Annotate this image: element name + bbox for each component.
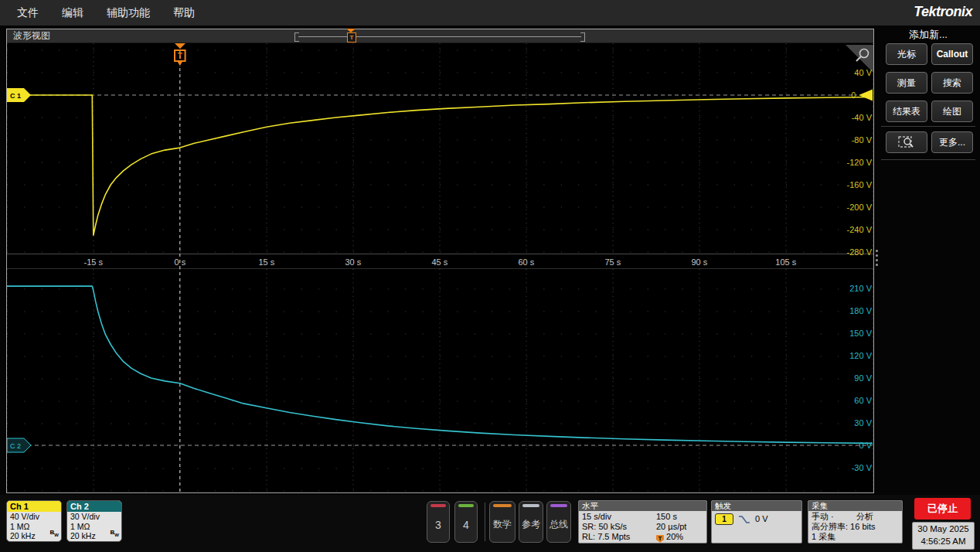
overview-track: [298, 36, 581, 37]
horizontal-panel-title: 水平: [579, 501, 706, 511]
overview-trigger-marker[interactable]: T: [347, 32, 356, 43]
zoom-select-icon: [898, 135, 915, 149]
plot-button[interactable]: 绘图: [931, 101, 973, 122]
top-axis-label: -40 V: [852, 113, 873, 122]
x-axis-label: 75 s: [604, 257, 621, 267]
bottom-status-bar: Ch 1 40 V/div 1 MΩ 20 kHz BW Ch 2 30 V/d…: [0, 495, 980, 552]
ch1-badge-header: Ch 1: [7, 501, 61, 512]
menu-help[interactable]: 帮助: [173, 6, 195, 20]
right-panel-divider-2: [881, 159, 975, 160]
graticule-columns: [7, 43, 873, 492]
trigger-marker-label: T: [178, 52, 182, 60]
ch1-badge-body: 40 V/div 1 MΩ 20 kHz BW: [7, 512, 61, 541]
trigger-level: 0 V: [755, 514, 768, 524]
search-button[interactable]: 搜索: [931, 72, 973, 94]
overview-left-bracket: [294, 32, 299, 42]
ch1-bandwidth-icon: BW: [50, 528, 59, 540]
x-axis-label: -15 s: [84, 257, 104, 267]
bottom-axis-label: -30 V: [852, 463, 873, 472]
falling-edge-icon: [738, 515, 750, 524]
oscilloscope-app: 文件 编辑 辅助功能 帮助 Tektronix 波形视图 T 40 V-40 V…: [0, 0, 980, 552]
acquisition-panel-title: 采集: [808, 501, 902, 511]
zoom-select-button[interactable]: [886, 131, 927, 153]
ch3-button[interactable]: 3: [427, 501, 450, 543]
bottom-axis-label: 30 V: [854, 418, 872, 428]
bottom-axis-label: 120 V: [849, 351, 872, 360]
top-axis-label: 40 V: [854, 68, 872, 77]
bottom-axis-label: 90 V: [854, 373, 872, 383]
graticule-rows: [7, 50, 873, 491]
ch1-level-badge-label: C 1: [10, 92, 21, 100]
bottom-axis-label: 0 V: [859, 441, 872, 450]
x-axis-label: 60 s: [518, 257, 534, 267]
acquisition-panel[interactable]: 采集 手动 ·分析 高分辨率: 16 bits 1 采集: [808, 500, 903, 543]
top-axis-label: -280 V: [847, 247, 873, 257]
button-separator: [485, 503, 485, 541]
waveform-view-titlebar[interactable]: 波形视图 T: [7, 29, 873, 43]
trigger-panel[interactable]: 触发 1 0 V: [711, 500, 802, 543]
x-axis-label: 0 s: [174, 257, 185, 267]
overview-right-bracket: [580, 32, 585, 42]
waveform-view-window: 波形视图 T 40 V-40 V-80 V-120 V-160 V-200 V-…: [6, 29, 874, 493]
ref-button[interactable]: 参考: [519, 501, 543, 543]
trigger-source-badge: 1: [715, 513, 733, 525]
stopped-button[interactable]: 已停止: [914, 498, 971, 520]
ch4-button[interactable]: 4: [454, 501, 478, 543]
x-axis-label: 90 s: [691, 257, 707, 267]
top-axis-zero-label: 0: [851, 91, 856, 100]
menu-bar: 文件 编辑 辅助功能 帮助: [0, 0, 980, 26]
x-axis-label: 15 s: [258, 257, 274, 267]
waveform-view-title: 波形视图: [13, 30, 50, 41]
right-panel-divider: [881, 126, 975, 127]
measure-button[interactable]: 测量: [886, 72, 927, 94]
ch1-badge[interactable]: Ch 1 40 V/div 1 MΩ 20 kHz BW: [6, 500, 62, 542]
top-axis-label: -200 V: [847, 203, 873, 212]
results-table-button[interactable]: 结果表: [886, 101, 927, 122]
bottom-axis-label: 150 V: [849, 329, 872, 338]
bottom-axis-label: 60 V: [854, 396, 872, 405]
trigger-marker-tail: [178, 62, 182, 66]
datetime-display: 30 May 2025 4:56:25 AM: [912, 522, 975, 550]
ch1-level-arrow-icon: [859, 90, 873, 101]
callout-button[interactable]: Callout: [931, 43, 973, 65]
top-axis-label: -80 V: [852, 135, 873, 145]
splitter-drag-handle[interactable]: [876, 250, 879, 266]
ch2-badge-header: Ch 2: [67, 501, 121, 512]
bus-button[interactable]: 总线: [546, 501, 571, 543]
top-axis-label: -240 V: [847, 225, 873, 234]
menu-utility[interactable]: 辅助功能: [107, 6, 150, 20]
cursors-button[interactable]: 光标: [886, 43, 927, 65]
tektronix-logo: Tektronix: [914, 4, 972, 20]
ch2-badge-body: 30 V/div 1 MΩ 20 kHz BW: [67, 512, 121, 541]
more-button[interactable]: 更多...: [931, 131, 973, 153]
bottom-axis-label: 180 V: [849, 306, 872, 315]
trigger-panel-title: 触发: [712, 501, 801, 511]
horizontal-overview-bar[interactable]: T: [294, 32, 585, 41]
ch2-level-badge-label: C 2: [10, 442, 21, 450]
ch2-bandwidth-icon: BW: [111, 528, 119, 540]
add-new-title: 添加新...: [879, 28, 978, 42]
ch2-badge[interactable]: Ch 2 30 V/div 1 MΩ 20 kHz BW: [66, 500, 122, 542]
waveform-plot[interactable]: 40 V-40 V-80 V-120 V-160 V-200 V-240 V-2…: [7, 43, 873, 492]
math-button[interactable]: 数学: [489, 501, 516, 543]
top-axis-label: -160 V: [847, 180, 873, 189]
horizontal-panel[interactable]: 水平 15 s/div150 s SR: 50 kS/s20 µs/pt RL:…: [578, 500, 707, 543]
bottom-axis-label: 210 V: [849, 284, 872, 293]
trigger-marker-arrow: [175, 43, 185, 49]
top-axis-label: -120 V: [847, 158, 873, 167]
x-axis-label: 45 s: [431, 257, 447, 267]
menu-edit[interactable]: 编辑: [62, 6, 83, 20]
trigger-position-icon: T: [656, 535, 664, 543]
x-axis-label: 105 s: [775, 257, 796, 267]
x-axis-label: 30 s: [345, 257, 361, 267]
menu-file[interactable]: 文件: [17, 6, 39, 20]
